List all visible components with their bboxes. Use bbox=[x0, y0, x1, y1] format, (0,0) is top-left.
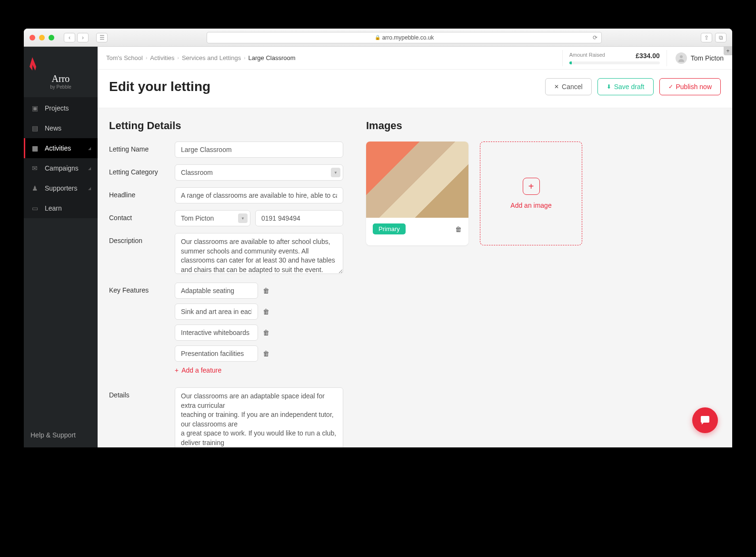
sidebar-item-label: Projects bbox=[45, 104, 69, 112]
supporters-icon: ♟ bbox=[30, 184, 39, 192]
contact-select[interactable] bbox=[175, 210, 250, 226]
traffic-close[interactable] bbox=[30, 35, 35, 41]
feature-input[interactable] bbox=[175, 304, 258, 320]
trash-icon[interactable]: 🗑 bbox=[263, 329, 269, 336]
headline-input[interactable] bbox=[175, 187, 343, 203]
logo: Arro by Pebble bbox=[24, 47, 98, 97]
chevron-icon: ◢ bbox=[88, 166, 91, 171]
sidebar-item-news[interactable]: ▤ News bbox=[24, 118, 98, 138]
browser-chrome: ‹ › ☰ 🔒 arro.mypebble.co.uk ⟳ ⇪ ⧉ bbox=[24, 29, 732, 47]
save-draft-button[interactable]: ⬇ Save draft bbox=[597, 78, 654, 95]
sidebar-item-learn[interactable]: ▭ Learn bbox=[24, 198, 98, 218]
trash-icon[interactable]: 🗑 bbox=[263, 308, 269, 315]
breadcrumb-link[interactable]: Services and Lettings bbox=[182, 54, 241, 61]
sidebar-button[interactable]: ☰ bbox=[96, 33, 108, 42]
chevron-right-icon: › bbox=[244, 55, 245, 61]
sidebar-item-supporters[interactable]: ♟ Supporters ◢ bbox=[24, 178, 98, 198]
feature-input[interactable] bbox=[175, 324, 258, 341]
chevron-right-icon: › bbox=[178, 55, 179, 61]
sidebar-item-label: Supporters bbox=[45, 184, 77, 192]
trash-icon[interactable]: 🗑 bbox=[455, 225, 462, 233]
plus-icon: + bbox=[523, 178, 540, 195]
sidebar-item-label: Activities bbox=[45, 144, 71, 152]
contact-label: Contact bbox=[109, 210, 175, 222]
address-bar[interactable]: 🔒 arro.mypebble.co.uk ⟳ bbox=[207, 32, 602, 43]
page-header: Edit your letting ✕ Cancel ⬇ Save draft … bbox=[98, 70, 732, 108]
sidebar-item-label: Learn bbox=[45, 204, 62, 212]
breadcrumb-link[interactable]: Activities bbox=[150, 54, 174, 61]
activities-icon: ▦ bbox=[30, 144, 39, 152]
user-menu[interactable]: Tom Picton bbox=[667, 52, 724, 64]
letting-category-select[interactable] bbox=[175, 164, 343, 181]
add-image-button[interactable]: + Add an image bbox=[480, 142, 582, 245]
avatar bbox=[676, 52, 687, 64]
refresh-icon[interactable]: ⟳ bbox=[593, 34, 597, 41]
details-textarea[interactable] bbox=[175, 387, 343, 447]
sidebar-item-campaigns[interactable]: ✉ Campaigns ◢ bbox=[24, 158, 98, 178]
chat-fab[interactable] bbox=[692, 407, 718, 433]
letting-details-panel: Letting Details Letting Name Letting Cat… bbox=[98, 108, 355, 447]
add-feature-link[interactable]: + Add a feature bbox=[175, 366, 343, 374]
logo-icon bbox=[24, 56, 98, 73]
nav-forward-button[interactable]: › bbox=[77, 33, 89, 42]
close-icon: ✕ bbox=[554, 83, 559, 90]
sidebar: Arro by Pebble ▣ Projects ▤ News ▦ Activ… bbox=[24, 47, 98, 447]
new-tab-button[interactable]: + bbox=[724, 47, 732, 55]
breadcrumb-link[interactable]: Tom's School bbox=[106, 54, 143, 61]
logo-subtext: by Pebble bbox=[24, 84, 98, 90]
progress-bar bbox=[569, 61, 660, 64]
page-title: Edit your letting bbox=[109, 79, 210, 94]
letting-category-label: Letting Category bbox=[109, 164, 175, 176]
news-icon: ▤ bbox=[30, 124, 39, 132]
chevron-icon: ◢ bbox=[88, 186, 91, 191]
tabs-button[interactable]: ⧉ bbox=[715, 33, 726, 42]
letting-name-input[interactable] bbox=[175, 142, 343, 158]
feature-input[interactable] bbox=[175, 283, 258, 299]
traffic-zoom[interactable] bbox=[49, 35, 54, 41]
sidebar-item-label: News bbox=[45, 124, 61, 132]
help-support-link[interactable]: Help & Support bbox=[24, 423, 98, 447]
image-card: Primary 🗑 bbox=[366, 142, 468, 245]
sidebar-item-label: Campaigns bbox=[45, 164, 79, 172]
projects-icon: ▣ bbox=[30, 104, 39, 112]
traffic-minimize[interactable] bbox=[39, 35, 45, 41]
trash-icon[interactable]: 🗑 bbox=[263, 350, 269, 357]
user-name: Tom Picton bbox=[691, 54, 724, 62]
amount-raised-label: Amount Raised bbox=[569, 52, 605, 60]
section-title: Letting Details bbox=[109, 120, 343, 132]
url-text: arro.mypebble.co.uk bbox=[382, 34, 434, 41]
key-features-label: Key Features bbox=[109, 283, 175, 294]
breadcrumb-current: Large Classroom bbox=[249, 54, 296, 61]
topbar: Tom's School › Activities › Services and… bbox=[98, 47, 732, 70]
cancel-button[interactable]: ✕ Cancel bbox=[545, 78, 592, 95]
campaigns-icon: ✉ bbox=[30, 164, 39, 172]
description-label: Description bbox=[109, 233, 175, 244]
description-textarea[interactable] bbox=[175, 233, 343, 274]
image-preview[interactable] bbox=[366, 142, 468, 218]
share-button[interactable]: ⇪ bbox=[701, 33, 712, 42]
check-icon: ✓ bbox=[668, 83, 673, 90]
sidebar-item-projects[interactable]: ▣ Projects bbox=[24, 98, 98, 118]
feature-input[interactable] bbox=[175, 345, 258, 362]
publish-button[interactable]: ✓ Publish now bbox=[659, 78, 721, 95]
nav-back-button[interactable]: ‹ bbox=[64, 33, 75, 42]
headline-label: Headline bbox=[109, 187, 175, 199]
trash-icon[interactable]: 🗑 bbox=[263, 287, 269, 294]
primary-badge: Primary bbox=[373, 223, 406, 234]
button-label: Publish now bbox=[676, 83, 712, 91]
chevron-right-icon: › bbox=[146, 55, 147, 61]
chat-icon bbox=[699, 414, 711, 426]
download-icon: ⬇ bbox=[607, 83, 611, 90]
details-label: Details bbox=[109, 387, 175, 399]
learn-icon: ▭ bbox=[30, 204, 39, 213]
letting-name-label: Letting Name bbox=[109, 142, 175, 153]
add-image-label: Add an image bbox=[510, 202, 551, 209]
logo-text: Arro bbox=[24, 73, 98, 84]
lock-icon: 🔒 bbox=[375, 35, 380, 40]
images-panel: Images Primary 🗑 + Add an image bbox=[355, 108, 732, 447]
sidebar-item-activities[interactable]: ▦ Activities ◢ bbox=[24, 138, 98, 158]
traffic-lights bbox=[30, 35, 54, 41]
section-title: Images bbox=[366, 120, 721, 132]
add-feature-label: Add a feature bbox=[181, 366, 221, 374]
contact-phone-input[interactable] bbox=[255, 210, 343, 226]
